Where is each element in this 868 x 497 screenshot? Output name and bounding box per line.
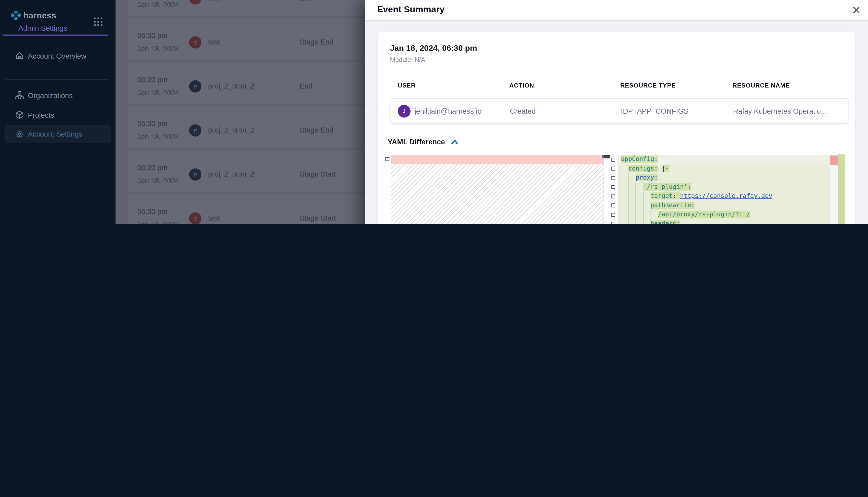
app-window: harness Admin Settings Account Overview — [0, 0, 868, 224]
column-header-resource-name: RESOURCE NAME — [732, 82, 790, 89]
diff-fold-marker[interactable] — [611, 185, 616, 189]
event-summary-card: Jan 18, 2024, 06:30 pm Module: N/A USER … — [377, 32, 855, 224]
yaml-added-code: appConfig: configs: |- proxy: '/rs-plugi… — [618, 155, 830, 224]
audit-event-list-area: 06:30 pm Jan 18, 2024 T test End 06:30 p… — [115, 0, 365, 224]
home-icon — [15, 51, 24, 60]
diff-fold-marker[interactable] — [611, 176, 616, 180]
drawer-header: Event Summary — [365, 0, 868, 20]
diff-pane-divider — [604, 155, 604, 224]
cell-resource-type: IDP_APP_CONFIGS — [621, 107, 689, 115]
harness-logo-icon — [11, 11, 20, 20]
modal-backdrop[interactable] — [115, 0, 365, 224]
diff-fold-marker[interactable] — [385, 157, 389, 161]
app-grid-icon[interactable] — [93, 17, 103, 27]
diff-fold-marker[interactable] — [611, 203, 616, 208]
brand[interactable]: harness — [11, 11, 56, 20]
diff-removed-line — [391, 155, 603, 164]
diff-right-gutter — [611, 155, 616, 224]
sidebar-item-label: Projects — [28, 111, 54, 119]
indent-guide — [628, 173, 629, 224]
chevron-up-icon — [451, 139, 458, 145]
column-header-resource-type: RESOURCE TYPE — [620, 82, 676, 89]
sidebar: harness Admin Settings Account Overview — [0, 0, 115, 224]
hierarchy-icon — [15, 91, 24, 100]
sidebar-item-projects[interactable]: Projects — [0, 105, 115, 124]
gear-icon — [15, 129, 24, 138]
sidebar-item-label: Organizations — [28, 91, 73, 99]
cube-icon — [15, 110, 24, 119]
diff-scrollbar[interactable] — [830, 155, 838, 224]
diff-fold-marker[interactable] — [611, 167, 616, 171]
event-module: Module: N/A — [390, 56, 425, 63]
diff-fold-marker[interactable] — [611, 194, 616, 198]
event-datetime: Jan 18, 2024, 06:30 pm — [390, 43, 477, 52]
diff-added-minimap-bar — [838, 154, 845, 224]
cell-resource-name: Rafay Kubernetes Operatio... — [733, 107, 827, 115]
indent-guide — [650, 210, 651, 224]
column-header-user: USER — [398, 82, 416, 89]
sidebar-item-account-settings[interactable]: Account Settings — [0, 125, 115, 143]
diff-empty-placeholder — [391, 164, 603, 224]
cell-action: Created — [510, 107, 535, 115]
yaml-difference-toggle[interactable]: YAML Difference — [388, 138, 458, 146]
avatar: J — [398, 105, 411, 118]
diff-fold-marker[interactable] — [611, 213, 616, 216]
close-icon[interactable] — [851, 5, 861, 15]
diff-fold-marker[interactable] — [611, 157, 616, 161]
brand-name: harness — [24, 11, 56, 20]
sidebar-item-label: Account Overview — [28, 52, 86, 60]
page-title: Event Summary — [377, 4, 444, 15]
event-summary-drawer: Event Summary Jan 18, 2024, 06:30 pm Mod… — [365, 0, 868, 224]
yaml-difference-label: YAML Difference — [388, 138, 445, 146]
sidebar-divider — [5, 79, 109, 80]
scrollbar-removed-marker — [830, 155, 838, 165]
event-detail-row: J jenil.jain@harness.io Created IDP_APP_… — [390, 98, 849, 124]
cell-user: jenil.jain@harness.io — [414, 107, 481, 115]
sidebar-item-organizations[interactable]: Organizations — [0, 86, 115, 105]
indent-guide — [643, 191, 644, 224]
sidebar-accent-rule — [3, 34, 108, 36]
indent-guide — [635, 183, 636, 224]
column-header-action: ACTION — [509, 82, 534, 89]
sidebar-item-label: Account Settings — [28, 130, 82, 138]
workspace-label: Admin Settings — [18, 24, 67, 32]
sidebar-item-account-overview[interactable]: Account Overview — [0, 46, 115, 65]
diff-fold-marker[interactable] — [611, 222, 616, 224]
